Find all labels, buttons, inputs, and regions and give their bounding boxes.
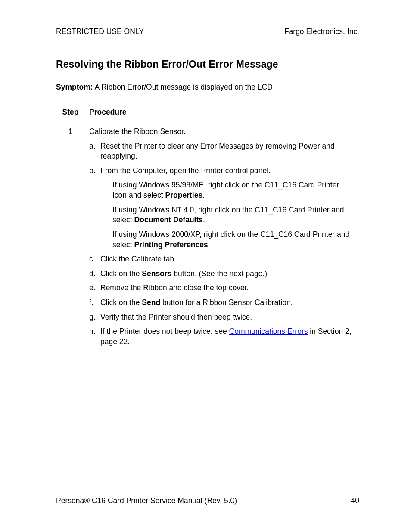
text: Click on the Sensors button. (See the ne… (100, 269, 355, 279)
symptom-text: A Ribbon Error/Out message is displayed … (93, 83, 273, 91)
text: Verify that the Printer should then beep… (100, 312, 355, 323)
marker: c. (89, 254, 100, 264)
text: If the Printer does not beep twice, see … (100, 327, 355, 347)
text: From the Computer, open the Printer cont… (100, 166, 355, 176)
communications-errors-link[interactable]: Communications Errors (229, 327, 308, 336)
item-b-sub1: If using Windows 95/98/ME, right click o… (112, 180, 355, 200)
marker: b. (89, 166, 100, 176)
item-h: h. If the Printer does not beep twice, s… (89, 327, 355, 347)
symptom-line: Symptom: A Ribbon Error/Out message is d… (56, 82, 359, 93)
text-bold: Properties (165, 191, 203, 199)
table-row: 1 Calibrate the Ribbon Sensor. a. Reset … (56, 122, 359, 352)
footer-left: Persona® C16 Card Printer Service Manual… (56, 496, 237, 506)
text: Remove the Ribbon and close the top cove… (100, 283, 355, 293)
symptom-label: Symptom: (56, 83, 93, 91)
section-heading: Resolving the Ribbon Error/Out Error Mes… (56, 58, 359, 71)
item-g: g. Verify that the Printer should then b… (89, 312, 355, 323)
item-b-sub2: If using Windows NT 4.0, right click on … (112, 205, 355, 225)
step-number: 1 (56, 122, 84, 352)
text-pre: Click on the (100, 269, 142, 278)
text-bold: Printing Preferences (134, 240, 208, 249)
header-left: RESTRICTED USE ONLY (56, 27, 144, 37)
text-pre: Click on the (100, 298, 142, 307)
marker: g. (89, 312, 100, 323)
marker: a. (89, 141, 100, 162)
text-bold: Sensors (142, 269, 171, 278)
marker: d. (89, 269, 100, 279)
text-pre: If using Windows 95/98/ME, right click o… (112, 180, 339, 199)
text: Reset the Printer to clear any Error Mes… (100, 141, 355, 162)
marker: h. (89, 327, 100, 347)
item-c: c. Click the Calibrate tab. (89, 254, 355, 264)
marker: e. (89, 283, 100, 293)
item-e: e. Remove the Ribbon and close the top c… (89, 283, 355, 293)
text: Click the Calibrate tab. (100, 254, 355, 264)
item-a: a. Reset the Printer to clear any Error … (89, 141, 355, 162)
item-f: f. Click on the Send button for a Ribbon… (89, 298, 355, 308)
procedure-cell: Calibrate the Ribbon Sensor. a. Reset th… (84, 122, 359, 352)
text-post: . (203, 215, 205, 224)
text-post: button for a Ribbon Sensor Calibration. (160, 298, 293, 307)
footer-page-number: 40 (351, 496, 359, 506)
text-post: . (208, 240, 210, 249)
procedure-table: Step Procedure 1 Calibrate the Ribbon Se… (56, 103, 359, 352)
table-header-row: Step Procedure (56, 103, 359, 122)
header-right: Fargo Electronics, Inc. (284, 27, 359, 37)
marker: f. (89, 298, 100, 308)
text-pre: If the Printer does not beep twice, see (100, 327, 229, 336)
text: Click on the Send button for a Ribbon Se… (100, 298, 355, 308)
proc-intro: Calibrate the Ribbon Sensor. (89, 127, 355, 137)
item-b: b. From the Computer, open the Printer c… (89, 166, 355, 176)
text-bold: Document Defaults (134, 215, 203, 224)
text-post: button. (See the next page.) (171, 269, 267, 278)
text-post: . (202, 191, 205, 199)
col-step: Step (56, 103, 84, 122)
item-b-sub3: If using Windows 2000/XP, right click on… (112, 230, 355, 250)
page-header: RESTRICTED USE ONLY Fargo Electronics, I… (56, 27, 359, 37)
item-d: d. Click on the Sensors button. (See the… (89, 269, 355, 279)
col-procedure: Procedure (84, 103, 359, 122)
text-bold: Send (142, 298, 160, 307)
page-footer: Persona® C16 Card Printer Service Manual… (56, 496, 359, 506)
